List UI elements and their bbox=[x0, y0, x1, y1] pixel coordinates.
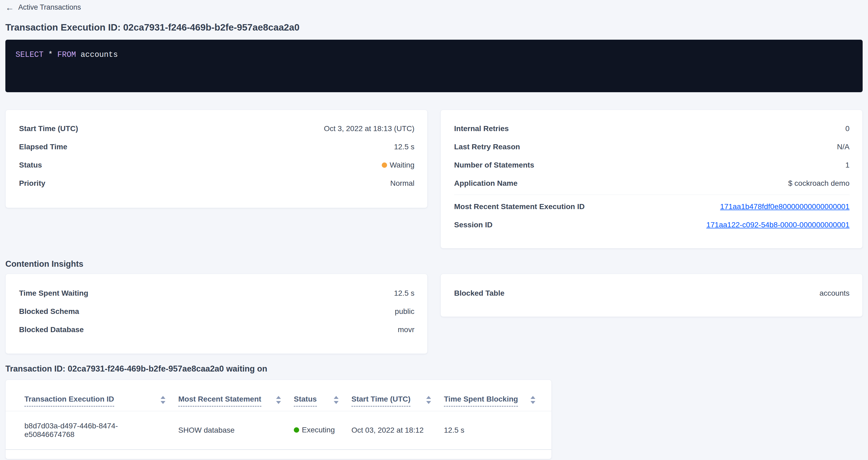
statement-execution-id-link[interactable]: 171aa1b478fdf0e80000000000000001 bbox=[720, 203, 849, 211]
number-of-statements-value: 1 bbox=[845, 161, 849, 170]
sql-statement-box: SELECT*FROMaccounts bbox=[5, 40, 863, 92]
time-spent-waiting-label: Time Spent Waiting bbox=[19, 289, 88, 298]
status-value: Waiting bbox=[390, 161, 414, 170]
column-label: Time Spent Blocking bbox=[444, 395, 518, 407]
sort-up-icon bbox=[426, 396, 431, 399]
blocked-database-row: Blocked Database movr bbox=[19, 320, 414, 339]
blocked-database-value: movr bbox=[398, 326, 414, 334]
transaction-details-page: ← Active Transactions Transaction Execut… bbox=[0, 0, 868, 459]
status-text: Executing bbox=[302, 426, 335, 434]
application-name-row: Application Name $ cockroach demo bbox=[454, 174, 849, 192]
start-time-row: Start Time (UTC) Oct 3, 2022 at 18:13 (U… bbox=[19, 120, 414, 138]
status-badge: Executing bbox=[294, 426, 335, 434]
transaction-details-card: Internal Retries 0 Last Retry Reason N/A… bbox=[440, 110, 863, 248]
column-label: Most Recent Statement bbox=[178, 395, 261, 407]
sort-down-icon bbox=[161, 401, 165, 404]
elapsed-time-row: Elapsed Time 12.5 s bbox=[19, 138, 414, 156]
status-executing-dot-icon bbox=[294, 427, 299, 433]
sort-up-icon bbox=[276, 396, 281, 399]
time-spent-waiting-value: 12.5 s bbox=[394, 289, 414, 298]
session-id-label: Session ID bbox=[454, 221, 492, 229]
internal-retries-label: Internal Retries bbox=[454, 124, 509, 133]
blocked-table-label: Blocked Table bbox=[454, 289, 504, 298]
sql-star: * bbox=[48, 51, 53, 59]
cell-most-recent-statement: SHOW database bbox=[178, 426, 294, 434]
cell-status: Executing bbox=[294, 426, 351, 434]
sql-table-name: accounts bbox=[81, 51, 118, 59]
column-label: Transaction Execution ID bbox=[24, 395, 114, 407]
number-of-statements-label: Number of Statements bbox=[454, 161, 534, 170]
sort-icon[interactable] bbox=[530, 396, 535, 404]
last-retry-reason-row: Last Retry Reason N/A bbox=[454, 138, 849, 156]
back-arrow-icon: ← bbox=[5, 3, 14, 11]
waiting-on-table: Transaction Execution ID Most Recent Sta… bbox=[5, 379, 552, 459]
status-row: Status Waiting bbox=[19, 156, 414, 174]
sort-icon[interactable] bbox=[426, 396, 431, 404]
table-row: b8d7d03a-d497-446b-8474-e50846674768 SHO… bbox=[6, 411, 551, 450]
cell-time-spent-blocking: 12.5 s bbox=[444, 426, 538, 434]
cell-start-time: Oct 03, 2022 at 18:12 bbox=[351, 426, 444, 434]
statement-execution-id-label: Most Recent Statement Execution ID bbox=[454, 203, 585, 211]
application-name-value: $ cockroach demo bbox=[788, 179, 849, 188]
sort-icon[interactable] bbox=[276, 396, 281, 404]
back-link-active-transactions[interactable]: ← Active Transactions bbox=[5, 3, 81, 11]
sql-keyword-from: FROM bbox=[57, 51, 76, 59]
sort-icon[interactable] bbox=[334, 396, 339, 404]
priority-row: Priority Normal bbox=[19, 174, 414, 192]
session-id-row: Session ID 171aa122-c092-54b8-0000-00000… bbox=[454, 216, 849, 234]
sort-up-icon bbox=[334, 396, 339, 399]
column-label: Start Time (UTC) bbox=[351, 395, 410, 407]
number-of-statements-row: Number of Statements 1 bbox=[454, 156, 849, 174]
time-spent-waiting-row: Time Spent Waiting 12.5 s bbox=[19, 284, 414, 302]
sort-icon[interactable] bbox=[161, 396, 165, 404]
elapsed-time-label: Elapsed Time bbox=[19, 143, 67, 151]
contention-cards-row: Time Spent Waiting 12.5 s Blocked Schema… bbox=[5, 274, 863, 354]
column-header-time-spent-blocking[interactable]: Time Spent Blocking bbox=[444, 395, 538, 407]
priority-value: Normal bbox=[390, 179, 414, 188]
waiting-on-table-header: Transaction Execution ID Most Recent Sta… bbox=[6, 380, 551, 411]
internal-retries-row: Internal Retries 0 bbox=[454, 120, 849, 138]
priority-label: Priority bbox=[19, 179, 45, 188]
sort-up-icon bbox=[161, 396, 165, 399]
breadcrumb-label: Active Transactions bbox=[18, 3, 81, 11]
elapsed-time-value: 12.5 s bbox=[394, 143, 414, 151]
transaction-summary-card: Start Time (UTC) Oct 3, 2022 at 18:13 (U… bbox=[5, 110, 428, 208]
sort-down-icon bbox=[276, 401, 281, 404]
column-label: Status bbox=[294, 395, 317, 407]
start-time-label: Start Time (UTC) bbox=[19, 124, 78, 133]
blocked-table-value: accounts bbox=[819, 289, 849, 298]
column-header-most-recent-statement[interactable]: Most Recent Statement bbox=[178, 395, 294, 407]
status-badge: Waiting bbox=[382, 161, 414, 170]
column-header-transaction-execution-id[interactable]: Transaction Execution ID bbox=[24, 395, 178, 407]
blocked-table-row: Blocked Table accounts bbox=[454, 284, 849, 302]
summary-cards-row: Start Time (UTC) Oct 3, 2022 at 18:13 (U… bbox=[5, 110, 863, 248]
start-time-value: Oct 3, 2022 at 18:13 (UTC) bbox=[324, 124, 414, 133]
last-retry-reason-label: Last Retry Reason bbox=[454, 143, 520, 151]
session-id-link[interactable]: 171aa122-c092-54b8-0000-000000000001 bbox=[706, 221, 849, 229]
page-title: Transaction Execution ID: 02ca7931-f246-… bbox=[5, 22, 863, 33]
waiting-on-heading: Transaction ID: 02ca7931-f246-469b-b2fe-… bbox=[5, 364, 863, 374]
status-waiting-dot-icon bbox=[382, 162, 387, 168]
statement-execution-id-row: Most Recent Statement Execution ID 171aa… bbox=[454, 197, 849, 216]
column-header-start-time[interactable]: Start Time (UTC) bbox=[351, 395, 444, 407]
cell-transaction-execution-id: b8d7d03a-d497-446b-8474-e50846674768 bbox=[24, 422, 178, 439]
sort-down-icon bbox=[530, 401, 535, 404]
status-label: Status bbox=[19, 161, 42, 170]
blocked-schema-label: Blocked Schema bbox=[19, 307, 79, 316]
column-header-status[interactable]: Status bbox=[294, 395, 351, 407]
sort-up-icon bbox=[530, 396, 535, 399]
contention-right-card: Blocked Table accounts bbox=[440, 274, 863, 317]
blocked-schema-row: Blocked Schema public bbox=[19, 302, 414, 320]
blocked-database-label: Blocked Database bbox=[19, 326, 84, 334]
blocked-schema-value: public bbox=[395, 307, 414, 316]
contention-left-card: Time Spent Waiting 12.5 s Blocked Schema… bbox=[5, 274, 428, 354]
internal-retries-value: 0 bbox=[845, 124, 849, 133]
sort-down-icon bbox=[426, 401, 431, 404]
sql-keyword-select: SELECT bbox=[16, 51, 43, 59]
application-name-label: Application Name bbox=[454, 179, 517, 188]
last-retry-reason-value: N/A bbox=[837, 143, 849, 151]
sort-down-icon bbox=[334, 401, 339, 404]
contention-insights-heading: Contention Insights bbox=[5, 259, 863, 269]
